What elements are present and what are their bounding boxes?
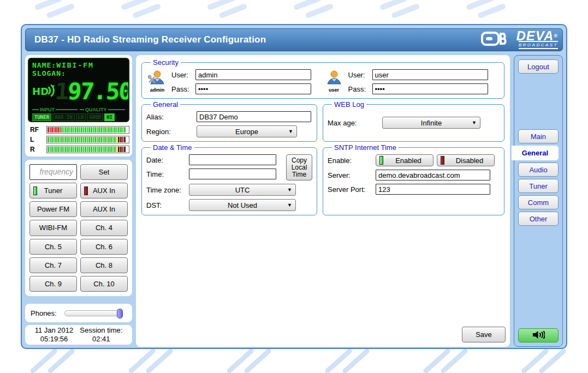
rf-meter-label: RF	[28, 126, 46, 134]
phones-label: Phones:	[31, 309, 57, 317]
channel-8-button[interactable]: Ch. 8	[80, 257, 128, 273]
admin-avatar: admin	[146, 69, 168, 92]
red-led-icon	[84, 186, 88, 195]
tab-main[interactable]: Main	[518, 129, 559, 143]
channel-5-button[interactable]: Ch. 5	[29, 239, 77, 255]
dst-label: DST:	[146, 201, 189, 209]
date-input[interactable]	[189, 154, 276, 165]
frequency-input[interactable]	[29, 164, 77, 180]
chevron-down-icon: ▼	[287, 187, 292, 192]
tab-audio[interactable]: Audio	[518, 163, 559, 177]
hd-radio-icon: HD	[32, 82, 55, 101]
weblog-legend: WEB Log	[332, 100, 366, 109]
watermark	[119, 0, 168, 25]
copy-local-time-button[interactable]: Copy Local Time	[286, 154, 312, 181]
admin-pass-input[interactable]	[195, 83, 311, 94]
svg-text:HD: HD	[32, 86, 49, 97]
admin-credentials-group: admin User: Pass:	[146, 69, 323, 94]
phones-panel: Phones:	[25, 304, 132, 322]
alias-input[interactable]	[197, 111, 311, 122]
right-meter-bar	[46, 146, 129, 153]
max-age-label: Max age:	[328, 119, 376, 127]
slider-thumb[interactable]	[117, 309, 123, 318]
main-content: Security admin	[136, 55, 510, 347]
channel-10-button[interactable]: Ch. 10	[80, 276, 128, 292]
status-panel: 11 Jan 2012 05:19:56 Session time: 02:41	[25, 325, 132, 345]
page-title: DB37 - HD Radio Streaming Receiver Confi…	[34, 34, 266, 45]
app-window: DB37 - HD Radio Streaming Receiver Confi…	[21, 24, 567, 349]
left-column: NAME:WIBI-FM SLOGAN: HD 197.50	[25, 55, 132, 347]
sntp-server-input[interactable]	[376, 170, 490, 181]
indicator-aux-in: AUX IN	[52, 113, 75, 121]
tab-general[interactable]: General	[512, 146, 559, 160]
alias-label: Alias:	[146, 113, 197, 121]
rf-meter-bar	[46, 126, 129, 134]
user-user-label: User:	[348, 71, 372, 79]
general-legend: General	[151, 100, 180, 109]
channel-4-button[interactable]: Ch. 4	[80, 220, 128, 236]
sntp-port-label: Server Port:	[328, 185, 376, 194]
admin-user-label: User:	[171, 71, 195, 79]
deva-db-mark-icon	[481, 32, 513, 48]
watermark	[16, 349, 573, 373]
set-button[interactable]: Set	[80, 164, 128, 180]
tuner-source-button[interactable]: Tuner	[29, 183, 77, 198]
chevron-down-icon: ▼	[287, 202, 292, 208]
green-led-icon	[379, 156, 383, 165]
header-bar: DB37 - HD Radio Streaming Receiver Confi…	[25, 28, 563, 51]
channel-9-button[interactable]: Ch. 9	[29, 276, 77, 292]
deva-logo: DEVA® BROADCAST	[481, 31, 558, 49]
admin-user-input[interactable]	[195, 69, 311, 80]
phones-volume-slider[interactable]	[64, 310, 122, 316]
lcd-slogan-row: SLOGAN:	[32, 69, 125, 77]
timezone-select[interactable]: UTC ▼	[189, 184, 296, 196]
date-label: Date:	[146, 156, 189, 164]
region-label: Region:	[146, 128, 197, 136]
max-age-select[interactable]: Infinite ▼	[382, 117, 480, 129]
lcd-name-row: NAME:WIBI-FM	[32, 61, 125, 69]
deva-brand-text: DEVA®	[516, 31, 558, 41]
lcd-meter-panel: NAME:WIBI-FM SLOGAN: HD 197.50	[25, 55, 132, 157]
lcd-group-labels: INPUT QUALITY	[32, 107, 125, 112]
right-meter-label: R	[28, 146, 46, 153]
user-user-input[interactable]	[372, 69, 488, 80]
sntp-disabled-button[interactable]: Disabled	[437, 154, 495, 166]
time-input[interactable]	[189, 169, 276, 179]
indicator-tuner: TUNER	[32, 113, 51, 121]
channel-6-button[interactable]: Ch. 6	[80, 239, 128, 255]
left-meter-bar	[46, 136, 129, 143]
audio-monitor-button[interactable]	[518, 328, 559, 342]
watermark	[205, 0, 254, 25]
device-datetime: 11 Jan 2012 05:19:56	[35, 326, 74, 344]
tab-tuner[interactable]: Tuner	[518, 179, 559, 193]
general-section: General Alias: Region: Europe ▼	[141, 100, 317, 142]
channel-3-button[interactable]: WIBI-FM	[29, 220, 77, 236]
sntp-section: SNTP Internet Time Enable: Enabled Disab…	[323, 143, 504, 215]
channel-2-button[interactable]: AUX In	[80, 201, 128, 217]
dst-select[interactable]: Not Used ▼	[189, 199, 296, 211]
datetime-section: Date & Time Date: Time:	[141, 143, 317, 215]
sntp-enabled-button[interactable]: Enabled	[376, 154, 433, 166]
user-pass-input[interactable]	[372, 83, 488, 94]
logout-button[interactable]: Logout	[518, 59, 559, 74]
user-pass-label: Pass:	[348, 85, 372, 93]
sntp-enable-label: Enable:	[328, 157, 376, 165]
channel-button-panel: Set Tuner AUX In Power FM AUX In WIBI-FM…	[25, 160, 132, 296]
region-select[interactable]: Europe ▼	[197, 125, 297, 137]
watermark	[464, 0, 513, 25]
tab-comm[interactable]: Comm	[518, 195, 559, 209]
sntp-port-input[interactable]	[376, 184, 490, 195]
lcd-station-name: WIBI-FM	[56, 61, 94, 69]
aux-in-source-button[interactable]: AUX In	[80, 183, 128, 198]
sntp-server-label: Server:	[328, 171, 376, 179]
level-meters: RF L R	[28, 125, 129, 154]
save-button[interactable]: Save	[462, 327, 506, 342]
time-label: Time:	[146, 170, 189, 178]
nav-tabs: Main General Audio Tuner Comm Other	[518, 129, 559, 226]
speaker-icon	[532, 330, 545, 341]
timezone-label: Time zone:	[146, 186, 189, 194]
security-section: Security admin	[141, 58, 504, 99]
channel-1-button[interactable]: Power FM	[29, 201, 77, 217]
tab-other[interactable]: Other	[518, 212, 559, 226]
channel-7-button[interactable]: Ch. 7	[29, 257, 77, 273]
